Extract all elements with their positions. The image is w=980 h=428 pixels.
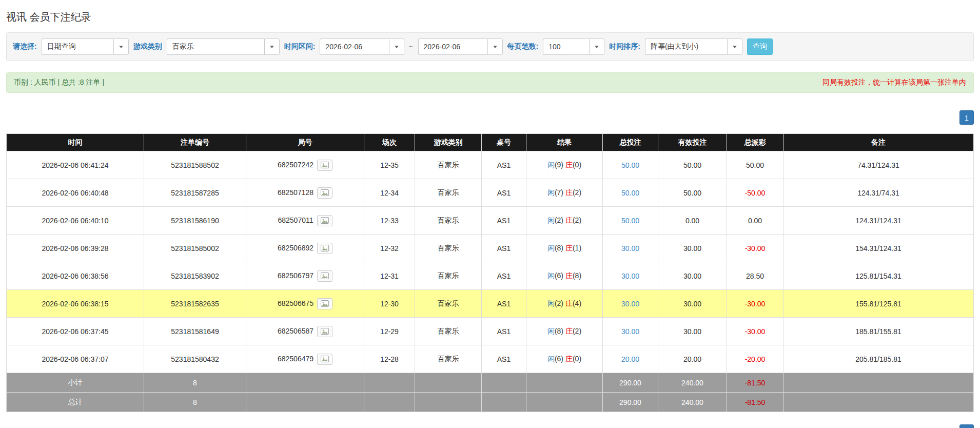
total-bet-link[interactable]: 30.00 xyxy=(621,327,639,336)
page-button-1[interactable]: 1 xyxy=(959,424,974,428)
chevron-down-icon xyxy=(270,46,274,48)
cell-total-bet: 30.00 xyxy=(603,235,658,262)
cell-payout: 0.00 xyxy=(727,207,783,235)
cell-valid-bet: 50.00 xyxy=(658,179,727,207)
total-row: 总计8290.00240.00-81.50 xyxy=(7,393,974,412)
cell-game-type: 百家乐 xyxy=(415,179,482,207)
cell-valid-bet: 30.00 xyxy=(658,290,727,318)
table-row: 2026-02-06 06:40:48523181587285682507128… xyxy=(7,179,974,207)
date-to-dropdown-button[interactable] xyxy=(487,38,503,55)
video-replay-button[interactable] xyxy=(317,298,332,309)
cell-note: 205.81/185.81 xyxy=(783,345,974,373)
cell-session: 12-29 xyxy=(364,318,415,345)
cell-time: 2026-02-06 06:41:24 xyxy=(7,151,144,179)
video-icon xyxy=(321,162,329,168)
game-type-dropdown-button[interactable] xyxy=(264,38,280,55)
select-type-label: 请选择: xyxy=(13,42,37,51)
cell-total-bet: 30.00 xyxy=(603,290,658,318)
page-size-input[interactable] xyxy=(543,38,589,55)
table-header-row: 时间注单编号局号场次游戏类别桌号结果总投注有效投注总派彩备注 xyxy=(7,134,974,151)
date-from-combo xyxy=(320,38,404,55)
cell-payout: -50.00 xyxy=(727,179,783,207)
cell-payout: -30.00 xyxy=(727,318,783,345)
sort-order-label: 时间排序: xyxy=(609,42,640,51)
round-number: 682506587 xyxy=(278,326,313,335)
total-bet-link[interactable]: 50.00 xyxy=(621,189,639,197)
footer-label: 总计 xyxy=(7,393,144,412)
result-banker-label: 庄 xyxy=(565,271,573,280)
cell-bet-number: 523181586190 xyxy=(144,207,246,235)
search-button[interactable]: 查询 xyxy=(747,38,773,55)
round-number: 682506892 xyxy=(278,243,313,251)
page-size-dropdown-button[interactable] xyxy=(589,38,604,55)
cell-valid-bet: 20.00 xyxy=(658,345,727,373)
video-replay-button[interactable] xyxy=(317,160,332,171)
date-from-dropdown-button[interactable] xyxy=(389,38,404,55)
cell-time: 2026-02-06 06:38:15 xyxy=(7,290,144,318)
cell-table-number: AS1 xyxy=(482,235,526,262)
cell-total-bet: 50.00 xyxy=(603,179,658,207)
result-player-value: (6) xyxy=(555,355,563,363)
page-button-1[interactable]: 1 xyxy=(959,110,974,125)
payout-value: -20.00 xyxy=(745,355,766,363)
video-replay-button[interactable] xyxy=(317,270,332,282)
cell-note: 125.81/154.31 xyxy=(783,262,974,290)
cell-note: 124.31/74.31 xyxy=(783,179,974,207)
video-replay-button[interactable] xyxy=(317,243,332,254)
currency-summary-text: 币别 : 人民币 | 总共 :8 注单 | xyxy=(14,78,104,87)
sort-order-input[interactable] xyxy=(645,38,727,55)
result-player-value: (9) xyxy=(555,161,563,169)
cell-game-type: 百家乐 xyxy=(415,262,482,290)
table-row: 2026-02-06 06:41:24523181588502682507242… xyxy=(7,151,974,179)
cell-table-number: AS1 xyxy=(482,262,526,290)
chevron-down-icon xyxy=(119,46,123,48)
column-header: 结果 xyxy=(526,134,603,151)
video-icon xyxy=(321,217,329,224)
video-replay-button[interactable] xyxy=(317,215,332,226)
date-from-input[interactable] xyxy=(320,38,389,55)
video-replay-button[interactable] xyxy=(317,326,332,337)
result-player-value: (8) xyxy=(555,327,563,335)
cell-round-number: 682506587 xyxy=(246,318,364,345)
cell-payout: -30.00 xyxy=(727,290,783,318)
table-row: 2026-02-06 06:37:45523181581649682506587… xyxy=(7,318,974,345)
total-bet-link[interactable]: 30.00 xyxy=(621,272,639,280)
result-player-label: 闲 xyxy=(547,299,555,307)
cell-bet-number: 523181582635 xyxy=(144,290,246,318)
table-row: 2026-02-06 06:37:07523181580432682506479… xyxy=(7,345,974,373)
column-header: 总派彩 xyxy=(727,134,783,151)
cell-payout: 28.50 xyxy=(727,262,783,290)
total-bet-link[interactable]: 30.00 xyxy=(621,244,639,252)
result-banker-value: (2) xyxy=(573,327,581,335)
sort-order-dropdown-button[interactable] xyxy=(727,38,742,55)
cell-bet-number: 523181581649 xyxy=(144,318,246,345)
pagination-bottom: 1 xyxy=(6,424,974,428)
column-header: 有效投注 xyxy=(658,134,727,151)
cell-bet-number: 523181587285 xyxy=(144,179,246,207)
video-icon xyxy=(321,245,329,251)
result-banker-value: (4) xyxy=(573,299,581,307)
video-replay-button[interactable] xyxy=(317,354,332,365)
round-number: 682507128 xyxy=(278,188,313,196)
total-bet-link[interactable]: 50.00 xyxy=(621,161,639,169)
total-bet-link[interactable]: 20.00 xyxy=(621,355,639,363)
cell-note: 154.31/124.31 xyxy=(783,235,974,262)
game-type-input[interactable] xyxy=(167,38,264,55)
cell-table-number: AS1 xyxy=(482,151,526,179)
cell-bet-number: 523181588502 xyxy=(144,151,246,179)
total-bet-link[interactable]: 50.00 xyxy=(621,217,639,225)
cell-round-number: 682506892 xyxy=(246,235,364,262)
select-type-input[interactable] xyxy=(42,38,113,55)
table-row: 2026-02-06 06:38:56523181583902682506797… xyxy=(7,262,974,290)
payout-value: -30.00 xyxy=(745,300,766,308)
cell-session: 12-33 xyxy=(364,207,415,235)
date-to-input[interactable] xyxy=(418,38,487,55)
result-banker-value: (2) xyxy=(573,216,581,224)
video-replay-button[interactable] xyxy=(317,187,332,199)
total-bet-link[interactable]: 30.00 xyxy=(621,300,639,308)
result-player-value: (2) xyxy=(555,299,563,307)
cell-game-type: 百家乐 xyxy=(415,345,482,373)
cell-game-type: 百家乐 xyxy=(415,207,482,235)
select-type-dropdown-button[interactable] xyxy=(113,38,129,55)
game-type-label: 游戏类别 xyxy=(133,42,162,51)
